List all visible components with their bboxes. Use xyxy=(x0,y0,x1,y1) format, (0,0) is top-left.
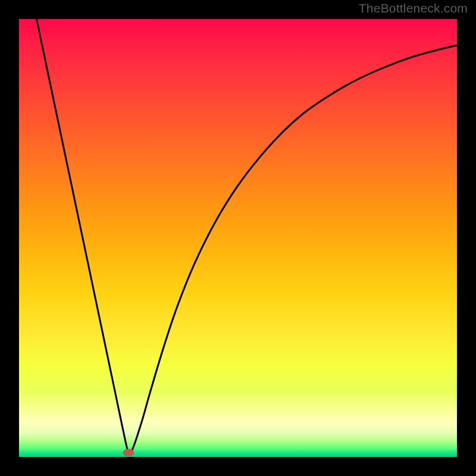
chart-frame: TheBottleneck.com xyxy=(0,0,476,476)
bottleneck-curve xyxy=(36,19,457,453)
watermark-text: TheBottleneck.com xyxy=(359,1,468,15)
plot-area xyxy=(19,19,457,457)
curve-svg xyxy=(19,19,457,457)
minimum-marker xyxy=(123,449,134,456)
